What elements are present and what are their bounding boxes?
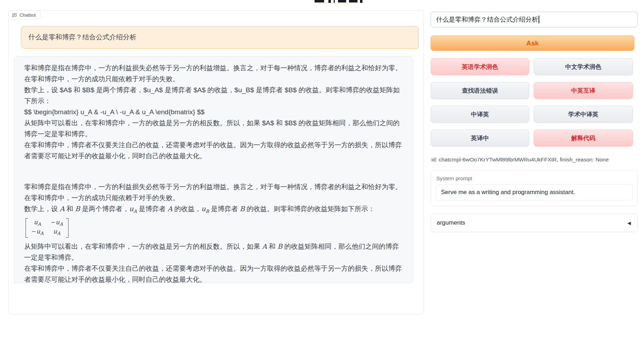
bot-message-paragraph: 数学上，设 A 和 B 是两个博弈者，uA 是博弈者 A 的收益，uB 是博弈者… bbox=[24, 203, 403, 217]
system-prompt-value: Serve me as a writing and programming as… bbox=[441, 189, 575, 196]
collapse-triangle-icon: ◀ bbox=[627, 220, 631, 226]
system-prompt-group: System prompt Serve me as a writing and … bbox=[431, 170, 638, 206]
matrix-bracket-left bbox=[26, 218, 28, 238]
math-var: uA bbox=[53, 228, 60, 235]
title-fragment bbox=[338, 0, 346, 2]
function-button[interactable]: 中文学术润色 bbox=[534, 58, 633, 75]
math-var: uA bbox=[129, 205, 137, 213]
math-var: A bbox=[60, 205, 65, 213]
paragraph-gap bbox=[24, 161, 403, 181]
ask-button[interactable]: Ask bbox=[431, 35, 634, 51]
math-var: uA bbox=[34, 219, 41, 226]
function-button[interactable]: 查找语法错误 bbox=[431, 82, 529, 99]
math-var: B bbox=[278, 243, 283, 250]
title-fragment bbox=[334, 0, 335, 3]
title-fragment bbox=[317, 3, 359, 4]
function-button-grid: 英语学术润色中文学术润色查找语法错误中英互译中译英学术中译英英译中解释代码 bbox=[431, 58, 633, 147]
math-var: −uA bbox=[51, 219, 63, 226]
query-input-value: 什么是零和博弈？结合公式介绍分析 bbox=[436, 15, 538, 24]
user-message-text: 什么是零和博弈？结合公式介绍分析 bbox=[28, 33, 136, 42]
bot-message-paragraph: 在零和博弈中，博弈者不仅要关注自己的收益，还需要考虑对手的收益。因为一方取得的收… bbox=[24, 263, 403, 283]
bot-message-paragraph: 数学上，设 $A$ 和 $B$ 是两个博弈者，$u_A$ 是博弈者 $A$ 的收… bbox=[24, 84, 403, 106]
title-fragment bbox=[360, 0, 362, 3]
function-button[interactable]: 英译中 bbox=[431, 130, 529, 147]
matrix-cell: −uA bbox=[51, 219, 63, 228]
bot-message-paragraph: 零和博弈是指在博弈中，一方的利益损失必然等于另一方的利益增益。换言之，对于每一种… bbox=[24, 181, 403, 203]
function-button[interactable]: 英语学术润色 bbox=[431, 58, 529, 75]
math-var: B bbox=[240, 205, 245, 213]
math-var: −uA bbox=[31, 228, 44, 235]
clipped-page-title bbox=[315, 0, 368, 4]
function-button[interactable]: 学术中译英 bbox=[534, 106, 633, 123]
title-fragment bbox=[349, 0, 358, 2]
bot-message-paragraph: 在零和博弈中，博弈者不仅要关注自己的收益，还需要考虑对手的收益。因为一方取得的收… bbox=[24, 139, 403, 161]
bot-message-content: 零和博弈是指在博弈中，一方的利益损失必然等于另一方的利益增益。换言之，对于每一种… bbox=[24, 62, 403, 283]
chat-bubble-icon bbox=[12, 13, 17, 18]
bot-message-paragraph: 从矩阵中可以看出，在零和博弈中，一方的收益是另一方的相反数。所以，如果 A 和 … bbox=[24, 241, 403, 263]
title-fragment bbox=[328, 0, 331, 3]
matrix-cell: uA bbox=[53, 228, 60, 237]
chatbot-label-text: Chatbot bbox=[20, 12, 36, 18]
bot-message-paragraph: $$ \begin{bmatrix} u_A & -u_A \ -u_A & u… bbox=[24, 106, 403, 117]
matrix-bracket-right bbox=[66, 218, 69, 238]
chatbot-label: Chatbot bbox=[8, 10, 40, 20]
bot-message-paragraph: 从矩阵中可以看出，在零和博弈中，一方的收益是另一方的相反数。所以，如果 $A$ … bbox=[24, 117, 403, 139]
math-var: B bbox=[75, 205, 80, 213]
user-message-bubble: 什么是零和博弈？结合公式介绍分析 bbox=[21, 26, 419, 49]
matrix-cell: −uA bbox=[31, 228, 44, 237]
math-var: uB bbox=[201, 205, 209, 213]
function-button[interactable]: 中译英 bbox=[431, 106, 529, 123]
bot-message-bubble: 零和博弈是指在博弈中，一方的利益损失必然等于另一方的利益增益。换言之，对于每一种… bbox=[14, 56, 413, 283]
function-button[interactable]: 中英互译 bbox=[534, 82, 633, 99]
matrix-cells: uA−uA−uAuA bbox=[28, 218, 66, 238]
function-button[interactable]: 解释代码 bbox=[534, 130, 633, 147]
matrix-cell: uA bbox=[34, 219, 41, 228]
arguments-accordion-label: arguments bbox=[437, 219, 465, 226]
text-cursor bbox=[539, 16, 539, 23]
bot-message-paragraph: 零和博弈是指在博弈中，一方的利益损失必然等于另一方的利益增益。换言之，对于每一种… bbox=[24, 62, 403, 84]
system-prompt-label: System prompt bbox=[436, 175, 633, 181]
math-var: A bbox=[262, 243, 267, 250]
query-input[interactable]: 什么是零和博弈？结合公式介绍分析 bbox=[431, 12, 638, 27]
status-line: id: chatcmpl-6wOo7KrYTwMl89lbrMWRu4UkFFX… bbox=[431, 156, 609, 163]
title-fragment bbox=[315, 0, 324, 2]
chatbot-panel: Chatbot 什么是零和博弈？结合公式介绍分析 零和博弈是指在博弈中，一方的利… bbox=[8, 10, 424, 314]
math-matrix: uA−uA−uAuA bbox=[26, 218, 69, 238]
system-prompt-input[interactable]: Serve me as a writing and programming as… bbox=[436, 184, 633, 200]
math-var: A bbox=[168, 205, 173, 213]
arguments-accordion[interactable]: arguments ◀ bbox=[431, 214, 638, 232]
